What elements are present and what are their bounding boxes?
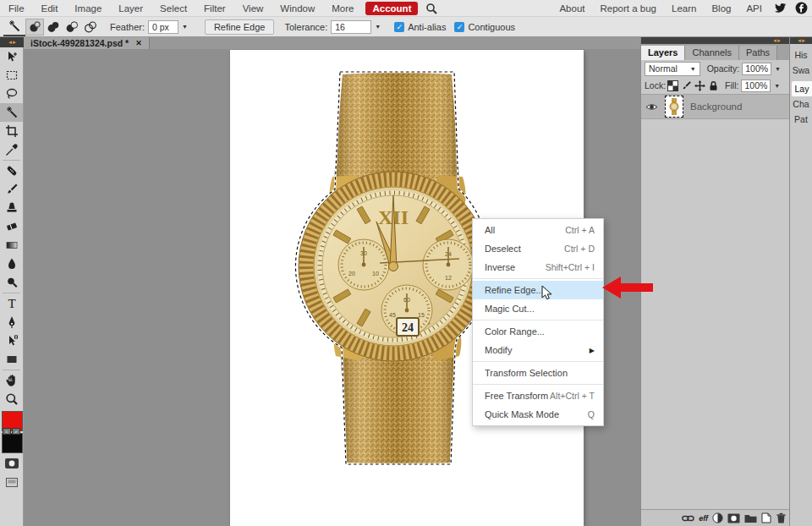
link-blog[interactable]: Blog bbox=[704, 0, 738, 17]
magic-wand-tool[interactable] bbox=[0, 103, 23, 122]
feather-dropdown-icon[interactable]: ▼ bbox=[182, 24, 188, 30]
menu-more[interactable]: More bbox=[323, 0, 362, 17]
lock-pixels-icon[interactable] bbox=[679, 79, 693, 92]
pen-tool[interactable] bbox=[0, 313, 23, 331]
selection-mode-subtract-icon[interactable] bbox=[63, 19, 81, 36]
zoom-tool[interactable] bbox=[0, 390, 23, 408]
strip-item-history[interactable]: His bbox=[790, 47, 812, 63]
menu-item-magic-cut[interactable]: Magic Cut... bbox=[473, 299, 603, 318]
screen-mode-icon[interactable] bbox=[0, 473, 23, 491]
layers-panel: ◄► Layers Channels Paths Normal ▼ Opacit… bbox=[640, 37, 789, 526]
blend-mode-select[interactable]: Normal ▼ bbox=[645, 62, 700, 76]
feather-input[interactable]: 0 px bbox=[148, 20, 178, 34]
menu-image[interactable]: Image bbox=[66, 0, 110, 17]
link-about[interactable]: About bbox=[551, 0, 592, 17]
menu-edit[interactable]: Edit bbox=[33, 0, 67, 17]
fill-dropdown-icon[interactable]: ▼ bbox=[774, 83, 780, 89]
eyedropper-tool[interactable] bbox=[0, 140, 23, 159]
menu-item-free-transform[interactable]: Free Transform Alt+Ctrl + T bbox=[473, 386, 603, 405]
tab-paths[interactable]: Paths bbox=[739, 46, 777, 60]
menu-item-refine-edge[interactable]: Refine Edge... bbox=[473, 281, 603, 299]
arrow-shaft bbox=[621, 283, 653, 292]
type-tool[interactable]: T bbox=[0, 294, 23, 313]
hand-tool[interactable] bbox=[0, 371, 23, 390]
refine-edge-button[interactable]: Refine Edge bbox=[205, 19, 275, 35]
strip-item-paths[interactable]: Pat bbox=[790, 112, 812, 127]
strip-item-channels[interactable]: Cha bbox=[790, 96, 812, 112]
crop-tool[interactable] bbox=[0, 122, 23, 140]
delete-layer-trash-icon[interactable] bbox=[776, 512, 787, 523]
menu-file[interactable]: File bbox=[0, 0, 33, 17]
account-button[interactable]: Account bbox=[365, 2, 418, 15]
menu-item-transform-selection[interactable]: Transform Selection bbox=[473, 364, 603, 382]
contiguous-checkbox[interactable]: ✓ Contiguous bbox=[454, 22, 515, 32]
new-group-folder-icon[interactable] bbox=[744, 513, 757, 523]
rectangle-shape-tool[interactable] bbox=[0, 350, 23, 369]
menu-item-quick-mask-mode[interactable]: Quick Mask Mode Q bbox=[473, 405, 603, 424]
menu-filter[interactable]: Filter bbox=[195, 0, 234, 17]
strip-item-layers[interactable]: Lay bbox=[792, 81, 812, 96]
path-select-tool[interactable] bbox=[0, 331, 23, 350]
menu-item-modify[interactable]: Modify ▶ bbox=[473, 341, 603, 359]
panel-collapse-icon[interactable]: ◄► bbox=[0, 37, 24, 47]
document-tab[interactable]: iStock-499281324.psd * ✕ bbox=[24, 37, 150, 49]
lasso-tool[interactable] bbox=[0, 85, 23, 103]
tab-layers[interactable]: Layers bbox=[641, 46, 685, 60]
menu-item-all[interactable]: All Ctrl + A bbox=[473, 221, 603, 239]
link-layers-icon[interactable] bbox=[682, 514, 694, 523]
menu-item-color-range[interactable]: Color Range... bbox=[473, 322, 603, 341]
spot-heal-tool[interactable] bbox=[0, 162, 23, 180]
strip-collapse-icon[interactable]: ◄► bbox=[790, 37, 812, 44]
layer-effects-button[interactable]: eff bbox=[699, 514, 708, 523]
move-tool[interactable] bbox=[0, 47, 23, 66]
menu-item-inverse[interactable]: Inverse Shift+Ctrl + I bbox=[473, 258, 603, 277]
strip-item-swatches[interactable]: Swa bbox=[790, 63, 812, 78]
menu-select[interactable]: Select bbox=[151, 0, 195, 17]
svg-text:24: 24 bbox=[402, 321, 414, 334]
panel-strip: ◄► His Swa Lay Cha Pat bbox=[789, 37, 812, 526]
search-icon[interactable] bbox=[421, 3, 442, 14]
layer-visibility-eye-icon[interactable] bbox=[645, 102, 658, 112]
brush-tool[interactable] bbox=[0, 180, 23, 199]
rectangle-select-tool[interactable] bbox=[0, 66, 23, 85]
anti-alias-checkbox[interactable]: ✓ Anti-alias bbox=[394, 22, 446, 32]
gradient-tool[interactable] bbox=[0, 236, 23, 255]
tab-channels[interactable]: Channels bbox=[685, 46, 738, 60]
layer-row-background[interactable]: Background bbox=[641, 94, 789, 119]
link-learn[interactable]: Learn bbox=[664, 0, 704, 17]
lock-all-icon[interactable] bbox=[706, 79, 720, 92]
swap-colors-icon[interactable]: D⇄ bbox=[3, 428, 20, 435]
lock-transparency-icon[interactable] bbox=[666, 79, 679, 92]
document-tab-title: iStock-499281324.psd * bbox=[30, 38, 129, 48]
tolerance-dropdown-icon[interactable]: ▼ bbox=[375, 24, 381, 30]
layer-thumbnail[interactable] bbox=[665, 96, 683, 118]
eraser-tool[interactable] bbox=[0, 217, 23, 236]
opacity-dropdown-icon[interactable]: ▼ bbox=[775, 66, 781, 72]
link-api[interactable]: API bbox=[738, 0, 770, 17]
selection-mode-new-icon[interactable] bbox=[25, 19, 44, 36]
menu-layer[interactable]: Layer bbox=[110, 0, 151, 17]
watch-subdial-left: 30 20 10 bbox=[338, 239, 389, 290]
background-color-swatch[interactable] bbox=[2, 433, 23, 453]
quick-mask-icon[interactable] bbox=[0, 454, 23, 473]
link-report-a-bug[interactable]: Report a bug bbox=[593, 0, 665, 17]
dodge-tool[interactable] bbox=[0, 273, 23, 292]
selection-mode-add-icon[interactable] bbox=[44, 19, 63, 36]
menu-window[interactable]: Window bbox=[272, 0, 323, 17]
opacity-input[interactable]: 100% bbox=[742, 63, 771, 75]
selection-mode-intersect-icon[interactable] bbox=[81, 19, 100, 36]
blur-tool[interactable] bbox=[0, 255, 23, 273]
new-layer-icon[interactable] bbox=[761, 512, 771, 523]
close-tab-icon[interactable]: ✕ bbox=[135, 39, 142, 47]
lock-position-icon[interactable] bbox=[693, 79, 706, 92]
layer-mask-icon[interactable] bbox=[727, 513, 740, 523]
panel-collapse-icon[interactable]: ◄► bbox=[772, 38, 781, 43]
clone-stamp-tool[interactable] bbox=[0, 199, 23, 217]
adjustment-layer-icon[interactable] bbox=[712, 512, 723, 523]
tolerance-input[interactable]: 16 bbox=[331, 20, 371, 34]
facebook-icon[interactable] bbox=[791, 2, 812, 14]
menu-view[interactable]: View bbox=[234, 0, 272, 17]
menu-item-deselect[interactable]: Deselect Ctrl + D bbox=[473, 239, 603, 258]
twitter-icon[interactable] bbox=[770, 3, 791, 14]
fill-input[interactable]: 100% bbox=[741, 79, 771, 92]
